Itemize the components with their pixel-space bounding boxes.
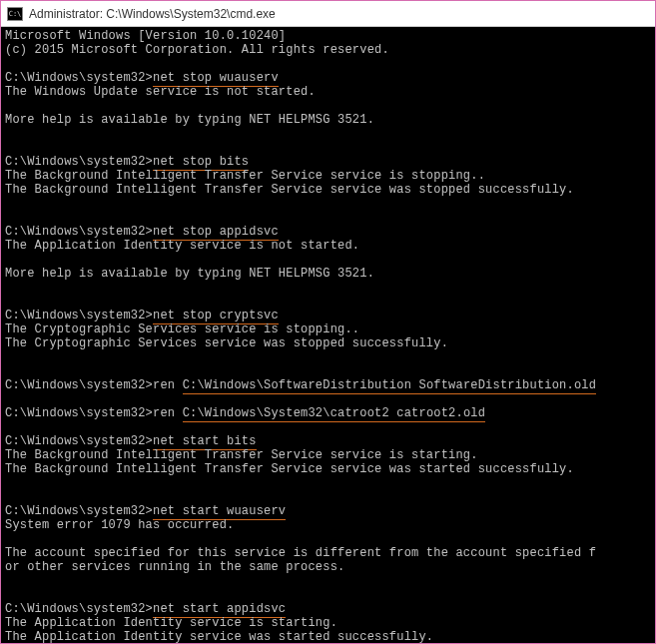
- output-line: or other services running in the same pr…: [5, 560, 344, 574]
- cmd-icon: C:\: [7, 7, 23, 21]
- prompt: C:\Windows\system32>: [5, 406, 153, 420]
- prompt: C:\Windows\system32>: [5, 378, 153, 392]
- output-line: The Background Intelligent Transfer Serv…: [5, 169, 485, 183]
- window-titlebar[interactable]: C:\ Administrator: C:\Windows\System32\c…: [1, 1, 655, 27]
- output-line: More help is available by typing NET HEL…: [5, 267, 374, 281]
- output-line: The account specified for this service i…: [5, 546, 596, 560]
- output-line: System error 1079 has occurred.: [5, 518, 234, 532]
- output-line: The Cryptographic Services service was s…: [5, 336, 448, 350]
- output-line: The Background Intelligent Transfer Serv…: [5, 183, 574, 197]
- prompt: C:\Windows\system32>: [5, 71, 153, 85]
- output-line: The Application Identity service was sta…: [5, 630, 433, 643]
- window-title: Administrator: C:\Windows\System32\cmd.e…: [29, 7, 276, 21]
- command: C:\Windows\SoftwareDistribution Software…: [183, 378, 596, 394]
- prompt: C:\Windows\system32>: [5, 155, 153, 169]
- output-line: The Background Intelligent Transfer Serv…: [5, 462, 574, 476]
- output-line: The Windows Update service is not starte…: [5, 85, 316, 99]
- prompt: C:\Windows\system32>: [5, 434, 153, 448]
- terminal-output[interactable]: Microsoft Windows [Version 10.0.10240] (…: [1, 27, 655, 643]
- prompt: C:\Windows\system32>: [5, 504, 153, 518]
- header-line: (c) 2015 Microsoft Corporation. All righ…: [5, 43, 389, 57]
- output-line: The Background Intelligent Transfer Serv…: [5, 448, 478, 462]
- prompt: C:\Windows\system32>: [5, 225, 153, 239]
- header-line: Microsoft Windows [Version 10.0.10240]: [5, 29, 286, 43]
- output-line: The Cryptographic Services service is st…: [5, 322, 359, 336]
- command: C:\Windows\System32\catroot2 catroot2.ol…: [183, 406, 485, 422]
- output-line: The Application Identity service is star…: [5, 616, 337, 630]
- output-line: The Application Identity service is not …: [5, 239, 359, 253]
- prompt: C:\Windows\system32>: [5, 602, 153, 616]
- prompt: C:\Windows\system32>: [5, 309, 153, 322]
- output-line: More help is available by typing NET HEL…: [5, 113, 374, 127]
